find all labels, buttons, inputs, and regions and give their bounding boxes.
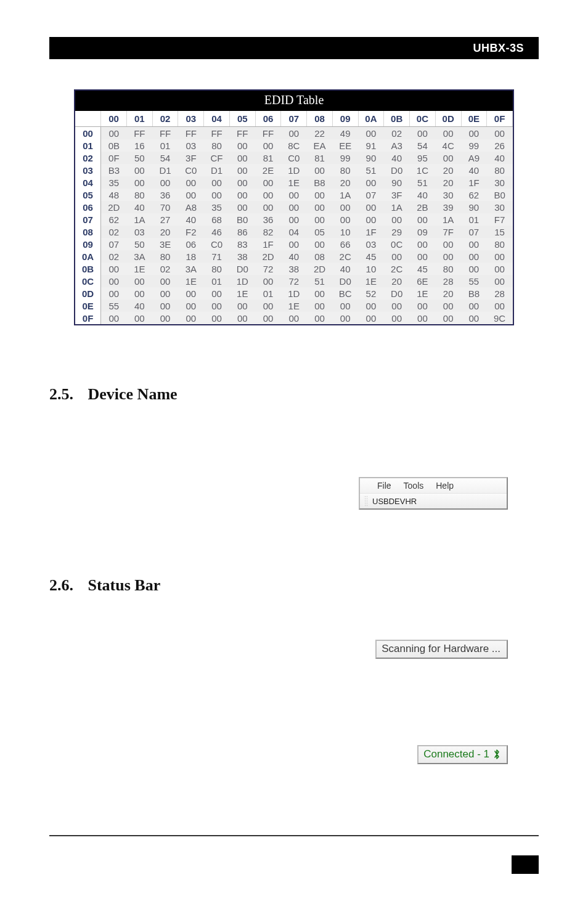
edid-cell: EA bbox=[307, 139, 333, 152]
edid-cell: 00 bbox=[487, 300, 513, 312]
edid-table-title: EDID Table bbox=[75, 91, 513, 111]
edid-cell: 10 bbox=[332, 226, 358, 238]
edid-cell: 00 bbox=[255, 189, 281, 201]
edid-cell: 1F bbox=[255, 238, 281, 250]
edid-cell: 3F bbox=[384, 189, 410, 201]
edid-cell: 09 bbox=[410, 226, 436, 238]
edid-cell: 80 bbox=[487, 238, 513, 250]
edid-cell: 00 bbox=[152, 176, 178, 189]
edid-cell: C0 bbox=[281, 152, 307, 164]
table-row: 0000FFFFFFFFFFFF002249000200000000 bbox=[75, 127, 513, 140]
table-row: 054880360000000000001A073F403062B0 bbox=[75, 189, 513, 201]
footer-page-block bbox=[512, 855, 539, 874]
edid-cell: 00 bbox=[229, 300, 255, 312]
edid-cell: 20 bbox=[435, 176, 461, 189]
edid-cell: 51 bbox=[410, 176, 436, 189]
edid-cell: 00 bbox=[307, 189, 333, 201]
edid-cell: 71 bbox=[204, 250, 230, 263]
status-text: Connected - 1 bbox=[423, 748, 489, 760]
table-row: 0E554000000000001E0000000000000000 bbox=[75, 300, 513, 312]
edid-cell: 30 bbox=[487, 201, 513, 213]
edid-col-header: 00 bbox=[101, 111, 127, 127]
menu-file[interactable]: File bbox=[371, 481, 398, 491]
edid-cell: 00 bbox=[281, 201, 307, 213]
edid-cell: 00 bbox=[435, 152, 461, 164]
edid-cell: 80 bbox=[332, 164, 358, 176]
edid-col-header: 0C bbox=[410, 111, 436, 127]
edid-cell: 1E bbox=[281, 176, 307, 189]
toolbar-grip-icon bbox=[364, 495, 367, 507]
edid-cell: 00 bbox=[101, 312, 127, 324]
menu-bar: File Tools Help bbox=[360, 478, 507, 494]
edid-cell: 00 bbox=[461, 250, 487, 263]
edid-cell: 38 bbox=[281, 263, 307, 275]
edid-cell: 00 bbox=[358, 213, 384, 226]
edid-cell: 62 bbox=[461, 189, 487, 201]
edid-cell: FF bbox=[255, 127, 281, 140]
edid-cell: 00 bbox=[178, 176, 204, 189]
edid-cell: 80 bbox=[126, 189, 152, 201]
edid-cell: 36 bbox=[255, 213, 281, 226]
edid-cell: 00 bbox=[255, 176, 281, 189]
edid-cell: 01 bbox=[255, 287, 281, 300]
edid-cell: 00 bbox=[204, 300, 230, 312]
edid-cell: 00 bbox=[358, 300, 384, 312]
edid-cell: 00 bbox=[307, 213, 333, 226]
edid-cell: 00 bbox=[229, 139, 255, 152]
edid-cell: 51 bbox=[307, 275, 333, 287]
edid-cell: 28 bbox=[487, 287, 513, 300]
menu-tools[interactable]: Tools bbox=[398, 481, 430, 491]
edid-cell: 00 bbox=[487, 127, 513, 140]
edid-cell: 00 bbox=[101, 275, 127, 287]
edid-cell: 02 bbox=[101, 250, 127, 263]
edid-cell: 40 bbox=[410, 189, 436, 201]
edid-cell: 00 bbox=[204, 287, 230, 300]
edid-cell: 2C bbox=[384, 263, 410, 275]
edid-cell: 00 bbox=[410, 213, 436, 226]
edid-cell: B3 bbox=[101, 164, 127, 176]
edid-cell: 00 bbox=[101, 287, 127, 300]
edid-cell: 80 bbox=[204, 263, 230, 275]
edid-cell: 1E bbox=[281, 300, 307, 312]
edid-cell: 40 bbox=[281, 250, 307, 263]
edid-cell: 30 bbox=[435, 189, 461, 201]
edid-col-header: 0A bbox=[358, 111, 384, 127]
page-header-bar: UHBX-3S bbox=[49, 37, 539, 59]
edid-cell: B8 bbox=[461, 287, 487, 300]
edid-cell: 00 bbox=[435, 127, 461, 140]
menu-help[interactable]: Help bbox=[430, 481, 460, 491]
edid-cell: 00 bbox=[487, 250, 513, 263]
edid-cell: 00 bbox=[358, 176, 384, 189]
edid-cell: 4C bbox=[435, 139, 461, 152]
edid-cell: 00 bbox=[126, 164, 152, 176]
edid-cell: 54 bbox=[152, 152, 178, 164]
edid-cell: 1D bbox=[229, 275, 255, 287]
status-bar-connected: Connected - 1 bbox=[417, 745, 508, 764]
table-row: 0907503E06C0831F000066030C00000080 bbox=[75, 238, 513, 250]
edid-col-header: 09 bbox=[332, 111, 358, 127]
edid-cell: 40 bbox=[384, 152, 410, 164]
edid-cell: FF bbox=[178, 127, 204, 140]
edid-cell: 52 bbox=[358, 287, 384, 300]
edid-cell: CF bbox=[204, 152, 230, 164]
edid-cell: 05 bbox=[307, 226, 333, 238]
edid-cell: 1F bbox=[461, 176, 487, 189]
edid-row-header: 02 bbox=[75, 152, 101, 164]
edid-row-header: 0C bbox=[75, 275, 101, 287]
edid-cell: 45 bbox=[358, 250, 384, 263]
edid-cell: 83 bbox=[229, 238, 255, 250]
edid-cell: 51 bbox=[358, 164, 384, 176]
edid-cell: 80 bbox=[435, 263, 461, 275]
section-title: Status Bar bbox=[88, 576, 161, 594]
edid-cell: 9C bbox=[487, 312, 513, 324]
edid-col-header: 0F bbox=[487, 111, 513, 127]
edid-cell: F2 bbox=[178, 226, 204, 238]
edid-cell: FF bbox=[229, 127, 255, 140]
edid-row-header: 06 bbox=[75, 201, 101, 213]
edid-cell: 00 bbox=[410, 300, 436, 312]
edid-cell: 00 bbox=[307, 201, 333, 213]
edid-table-container: EDID Table 000102030405060708090A0B0C0D0… bbox=[74, 89, 514, 325]
edid-col-header: 07 bbox=[281, 111, 307, 127]
edid-cell: 00 bbox=[435, 250, 461, 263]
edid-cell: 00 bbox=[126, 275, 152, 287]
